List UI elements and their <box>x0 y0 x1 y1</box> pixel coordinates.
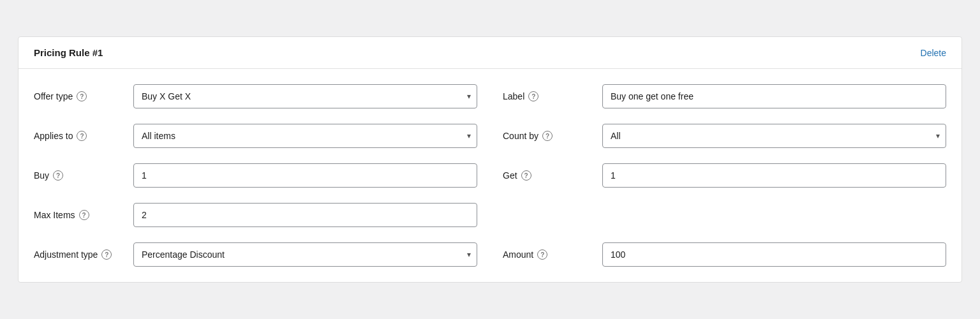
offer-type-select-wrapper: Buy X Get X Buy X Get Y Discount ▾ <box>133 84 477 108</box>
applies-to-row: Applies to ? All items Specific products… <box>34 124 477 148</box>
get-input[interactable] <box>602 163 946 188</box>
adjustment-type-select-wrapper: Percentage Discount Fixed Discount Fixed… <box>133 242 477 267</box>
max-items-row: Max Items ? <box>34 203 477 227</box>
count-by-select[interactable]: All Product Variation <box>602 124 946 148</box>
buy-input[interactable] <box>133 163 477 188</box>
form-grid: Offer type ? Buy X Get X Buy X Get Y Dis… <box>34 84 946 267</box>
card-body: Offer type ? Buy X Get X Buy X Get Y Dis… <box>19 69 961 282</box>
adjustment-type-row: Adjustment type ? Percentage Discount Fi… <box>34 242 477 267</box>
adjustment-type-label: Adjustment type ? <box>34 249 123 260</box>
empty-row-4 <box>503 203 946 227</box>
card-title: Pricing Rule #1 <box>34 47 103 58</box>
get-row: Get ? <box>503 163 946 188</box>
get-label: Get ? <box>503 170 592 181</box>
max-items-input[interactable] <box>133 203 477 227</box>
offer-type-label: Offer type ? <box>34 91 123 101</box>
get-help-icon: ? <box>521 170 531 181</box>
applies-to-help-icon: ? <box>77 131 87 141</box>
count-by-help-icon: ? <box>542 131 553 141</box>
delete-button[interactable]: Delete <box>921 48 946 58</box>
applies-to-select-wrapper: All items Specific products Specific cat… <box>133 124 477 148</box>
amount-row: Amount ? <box>503 242 946 267</box>
label-input[interactable] <box>602 84 946 108</box>
amount-help-icon: ? <box>537 249 547 260</box>
count-by-select-wrapper: All Product Variation ▾ <box>602 124 946 148</box>
card-header: Pricing Rule #1 Delete <box>19 37 961 69</box>
applies-to-select[interactable]: All items Specific products Specific cat… <box>133 124 477 148</box>
adjustment-type-help-icon: ? <box>101 249 112 260</box>
label-row: Label ? <box>503 84 946 108</box>
buy-row: Buy ? <box>34 163 477 188</box>
buy-label: Buy ? <box>34 170 123 181</box>
label-help-icon: ? <box>528 91 538 101</box>
amount-label: Amount ? <box>503 249 592 260</box>
offer-type-select[interactable]: Buy X Get X Buy X Get Y Discount <box>133 84 477 108</box>
label-label: Label ? <box>503 91 592 101</box>
buy-help-icon: ? <box>53 170 63 181</box>
offer-type-row: Offer type ? Buy X Get X Buy X Get Y Dis… <box>34 84 477 108</box>
pricing-rule-card: Pricing Rule #1 Delete Offer type ? Buy … <box>18 36 962 283</box>
count-by-label: Count by ? <box>503 131 592 141</box>
offer-type-help-icon: ? <box>77 91 87 101</box>
applies-to-label: Applies to ? <box>34 131 123 141</box>
max-items-help-icon: ? <box>79 210 89 220</box>
adjustment-type-select[interactable]: Percentage Discount Fixed Discount Fixed… <box>133 242 477 267</box>
amount-input[interactable] <box>602 242 946 267</box>
count-by-row: Count by ? All Product Variation ▾ <box>503 124 946 148</box>
max-items-label: Max Items ? <box>34 210 123 220</box>
